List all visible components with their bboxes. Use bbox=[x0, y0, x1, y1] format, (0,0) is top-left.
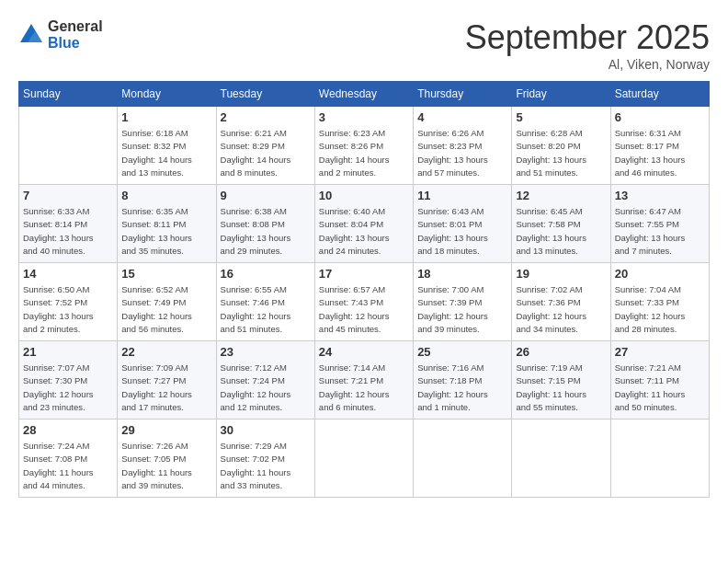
calendar-cell: 21Sunrise: 7:07 AM Sunset: 7:30 PM Dayli… bbox=[19, 341, 118, 419]
day-number: 29 bbox=[121, 423, 211, 437]
calendar-cell: 9Sunrise: 6:38 AM Sunset: 8:08 PM Daylig… bbox=[216, 185, 314, 263]
weekday-header-friday: Friday bbox=[512, 82, 610, 107]
day-info: Sunrise: 7:12 AM Sunset: 7:24 PM Dayligh… bbox=[221, 362, 311, 414]
day-number: 26 bbox=[516, 345, 606, 359]
calendar-cell: 27Sunrise: 7:21 AM Sunset: 7:11 PM Dayli… bbox=[610, 341, 709, 419]
page-header: General Blue September 2025 Al, Viken, N… bbox=[18, 18, 710, 72]
day-info: Sunrise: 7:21 AM Sunset: 7:11 PM Dayligh… bbox=[615, 362, 705, 414]
logo-text: General Blue bbox=[48, 18, 103, 51]
calendar-cell bbox=[314, 419, 413, 498]
calendar-cell: 5Sunrise: 6:28 AM Sunset: 8:20 PM Daylig… bbox=[512, 107, 610, 185]
day-info: Sunrise: 7:16 AM Sunset: 7:18 PM Dayligh… bbox=[417, 362, 507, 414]
calendar-cell: 11Sunrise: 6:43 AM Sunset: 8:01 PM Dayli… bbox=[414, 185, 512, 263]
calendar-cell: 19Sunrise: 7:02 AM Sunset: 7:36 PM Dayli… bbox=[512, 263, 610, 341]
weekday-header-saturday: Saturday bbox=[610, 82, 709, 107]
day-info: Sunrise: 7:00 AM Sunset: 7:39 PM Dayligh… bbox=[417, 283, 507, 336]
weekday-header-thursday: Thursday bbox=[414, 82, 512, 107]
calendar-cell: 2Sunrise: 6:21 AM Sunset: 8:29 PM Daylig… bbox=[216, 107, 314, 185]
calendar-cell: 17Sunrise: 6:57 AM Sunset: 7:43 PM Dayli… bbox=[314, 263, 413, 341]
day-info: Sunrise: 6:31 AM Sunset: 8:17 PM Dayligh… bbox=[615, 127, 705, 179]
calendar-cell: 20Sunrise: 7:04 AM Sunset: 7:33 PM Dayli… bbox=[610, 263, 709, 341]
calendar-cell: 14Sunrise: 6:50 AM Sunset: 7:52 PM Dayli… bbox=[19, 263, 118, 341]
calendar-week-row: 28Sunrise: 7:24 AM Sunset: 7:08 PM Dayli… bbox=[19, 419, 710, 498]
calendar-cell: 24Sunrise: 7:14 AM Sunset: 7:21 PM Dayli… bbox=[314, 341, 413, 419]
day-number: 18 bbox=[417, 267, 507, 281]
day-info: Sunrise: 6:57 AM Sunset: 7:43 PM Dayligh… bbox=[319, 283, 409, 336]
month-title: September 2025 bbox=[465, 18, 710, 57]
calendar-cell: 8Sunrise: 6:35 AM Sunset: 8:11 PM Daylig… bbox=[118, 185, 216, 263]
day-info: Sunrise: 6:35 AM Sunset: 8:11 PM Dayligh… bbox=[121, 205, 211, 258]
calendar-cell: 30Sunrise: 7:29 AM Sunset: 7:02 PM Dayli… bbox=[216, 419, 314, 498]
day-info: Sunrise: 6:33 AM Sunset: 8:14 PM Dayligh… bbox=[23, 205, 113, 258]
calendar-cell: 25Sunrise: 7:16 AM Sunset: 7:18 PM Dayli… bbox=[414, 341, 512, 419]
weekday-header-row: SundayMondayTuesdayWednesdayThursdayFrid… bbox=[19, 82, 710, 107]
title-block: September 2025 Al, Viken, Norway bbox=[465, 18, 710, 72]
day-number: 14 bbox=[23, 267, 113, 281]
logo: General Blue bbox=[18, 18, 103, 51]
weekday-header-wednesday: Wednesday bbox=[314, 82, 413, 107]
day-info: Sunrise: 6:55 AM Sunset: 7:46 PM Dayligh… bbox=[221, 283, 311, 336]
day-info: Sunrise: 6:52 AM Sunset: 7:49 PM Dayligh… bbox=[121, 283, 211, 336]
calendar-cell: 1Sunrise: 6:18 AM Sunset: 8:32 PM Daylig… bbox=[118, 107, 216, 185]
day-info: Sunrise: 6:47 AM Sunset: 7:55 PM Dayligh… bbox=[615, 205, 705, 258]
calendar-week-row: 21Sunrise: 7:07 AM Sunset: 7:30 PM Dayli… bbox=[19, 341, 710, 419]
calendar-cell: 13Sunrise: 6:47 AM Sunset: 7:55 PM Dayli… bbox=[610, 185, 709, 263]
logo-blue: Blue bbox=[48, 35, 103, 52]
calendar-cell: 3Sunrise: 6:23 AM Sunset: 8:26 PM Daylig… bbox=[314, 107, 413, 185]
day-info: Sunrise: 7:02 AM Sunset: 7:36 PM Dayligh… bbox=[516, 283, 606, 336]
calendar-cell bbox=[512, 419, 610, 498]
day-number: 27 bbox=[615, 345, 705, 359]
day-number: 3 bbox=[319, 110, 409, 124]
calendar-cell: 18Sunrise: 7:00 AM Sunset: 7:39 PM Dayli… bbox=[414, 263, 512, 341]
day-info: Sunrise: 6:43 AM Sunset: 8:01 PM Dayligh… bbox=[417, 205, 507, 258]
day-info: Sunrise: 6:40 AM Sunset: 8:04 PM Dayligh… bbox=[319, 205, 409, 258]
day-number: 7 bbox=[23, 189, 113, 202]
logo-icon bbox=[18, 22, 44, 48]
calendar-cell: 10Sunrise: 6:40 AM Sunset: 8:04 PM Dayli… bbox=[314, 185, 413, 263]
day-number: 30 bbox=[221, 423, 311, 437]
calendar-cell: 4Sunrise: 6:26 AM Sunset: 8:23 PM Daylig… bbox=[414, 107, 512, 185]
day-number: 22 bbox=[121, 345, 211, 359]
calendar-week-row: 1Sunrise: 6:18 AM Sunset: 8:32 PM Daylig… bbox=[19, 107, 710, 185]
day-number: 25 bbox=[417, 345, 507, 359]
calendar-cell bbox=[414, 419, 512, 498]
day-info: Sunrise: 7:19 AM Sunset: 7:15 PM Dayligh… bbox=[516, 362, 606, 414]
day-number: 17 bbox=[319, 267, 409, 281]
day-info: Sunrise: 6:38 AM Sunset: 8:08 PM Dayligh… bbox=[221, 205, 311, 258]
day-number: 21 bbox=[23, 345, 113, 359]
weekday-header-tuesday: Tuesday bbox=[216, 82, 314, 107]
day-number: 19 bbox=[516, 267, 606, 281]
day-info: Sunrise: 7:14 AM Sunset: 7:21 PM Dayligh… bbox=[319, 362, 409, 414]
logo-general: General bbox=[48, 18, 103, 35]
day-number: 12 bbox=[516, 189, 606, 202]
calendar-cell: 28Sunrise: 7:24 AM Sunset: 7:08 PM Dayli… bbox=[19, 419, 118, 498]
day-info: Sunrise: 7:04 AM Sunset: 7:33 PM Dayligh… bbox=[615, 283, 705, 336]
day-info: Sunrise: 7:26 AM Sunset: 7:05 PM Dayligh… bbox=[121, 440, 211, 492]
day-info: Sunrise: 6:21 AM Sunset: 8:29 PM Dayligh… bbox=[221, 127, 311, 179]
day-number: 16 bbox=[221, 267, 311, 281]
weekday-header-sunday: Sunday bbox=[19, 82, 118, 107]
calendar-cell: 15Sunrise: 6:52 AM Sunset: 7:49 PM Dayli… bbox=[118, 263, 216, 341]
calendar-cell: 23Sunrise: 7:12 AM Sunset: 7:24 PM Dayli… bbox=[216, 341, 314, 419]
calendar-cell: 6Sunrise: 6:31 AM Sunset: 8:17 PM Daylig… bbox=[610, 107, 709, 185]
day-number: 5 bbox=[516, 110, 606, 124]
day-info: Sunrise: 7:09 AM Sunset: 7:27 PM Dayligh… bbox=[121, 362, 211, 414]
day-number: 20 bbox=[615, 267, 705, 281]
day-info: Sunrise: 7:29 AM Sunset: 7:02 PM Dayligh… bbox=[221, 440, 311, 492]
day-info: Sunrise: 6:45 AM Sunset: 7:58 PM Dayligh… bbox=[516, 205, 606, 258]
day-number: 24 bbox=[319, 345, 409, 359]
day-number: 28 bbox=[23, 423, 113, 437]
day-number: 10 bbox=[319, 189, 409, 202]
calendar-cell: 29Sunrise: 7:26 AM Sunset: 7:05 PM Dayli… bbox=[118, 419, 216, 498]
calendar-cell bbox=[610, 419, 709, 498]
day-number: 23 bbox=[221, 345, 311, 359]
calendar-cell: 7Sunrise: 6:33 AM Sunset: 8:14 PM Daylig… bbox=[19, 185, 118, 263]
calendar-week-row: 14Sunrise: 6:50 AM Sunset: 7:52 PM Dayli… bbox=[19, 263, 710, 341]
day-number: 8 bbox=[121, 189, 211, 202]
calendar-cell: 26Sunrise: 7:19 AM Sunset: 7:15 PM Dayli… bbox=[512, 341, 610, 419]
day-number: 13 bbox=[615, 189, 705, 202]
day-info: Sunrise: 6:18 AM Sunset: 8:32 PM Dayligh… bbox=[121, 127, 211, 179]
weekday-header-monday: Monday bbox=[118, 82, 216, 107]
calendar-week-row: 7Sunrise: 6:33 AM Sunset: 8:14 PM Daylig… bbox=[19, 185, 710, 263]
calendar-cell: 12Sunrise: 6:45 AM Sunset: 7:58 PM Dayli… bbox=[512, 185, 610, 263]
